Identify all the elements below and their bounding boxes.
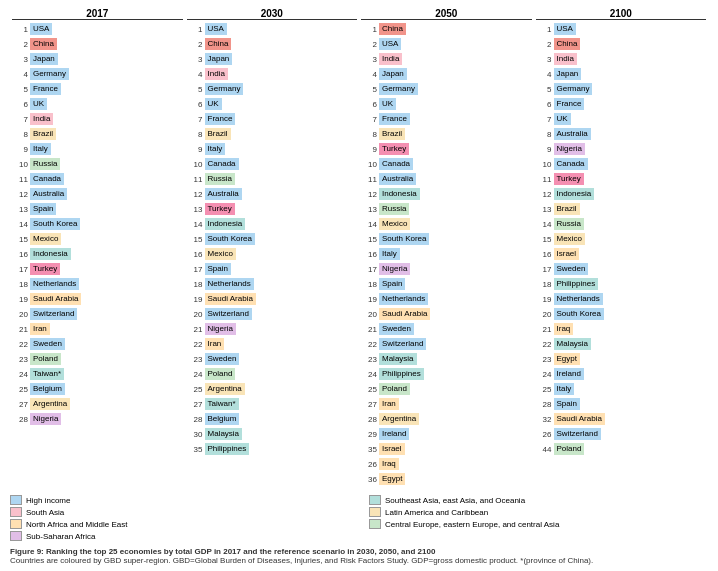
country-label: Japan <box>379 68 407 80</box>
country-label: Belgium <box>30 383 65 395</box>
country-label: Malaysia <box>205 428 243 440</box>
rank-item: 25Belgium <box>12 382 183 396</box>
country-label: Iran <box>205 338 225 350</box>
rank-item: 9Italy <box>12 142 183 156</box>
legend-item: Southeast Asia, east Asia, and Oceania <box>369 495 708 505</box>
country-label: UK <box>379 98 396 110</box>
rank-item: 4India <box>187 67 358 81</box>
legend-color-box <box>10 531 22 541</box>
rank-item: 19Netherlands <box>536 292 707 306</box>
country-label: France <box>554 98 585 110</box>
country-label: France <box>30 83 61 95</box>
rank-item: 20Switzerland <box>187 307 358 321</box>
country-label: Australia <box>379 173 416 185</box>
country-label: Netherlands <box>30 278 79 290</box>
rank-item: 22Sweden <box>12 337 183 351</box>
rank-item: 24Ireland <box>536 367 707 381</box>
rank-item: 11Canada <box>12 172 183 186</box>
country-label: Saudi Arabia <box>554 413 605 425</box>
country-label: South Korea <box>554 308 604 320</box>
country-label: France <box>379 113 410 125</box>
country-label: Canada <box>30 173 64 185</box>
country-label: Japan <box>554 68 582 80</box>
country-label: Turkey <box>30 263 60 275</box>
rank-item: 25Poland <box>361 382 532 396</box>
rank-item: 10Canada <box>187 157 358 171</box>
rank-item: 21Iran <box>12 322 183 336</box>
country-label: Poland <box>554 443 585 455</box>
rank-item: 18Philippines <box>536 277 707 291</box>
rank-item: 13Spain <box>12 202 183 216</box>
country-label: Russia <box>205 173 235 185</box>
rank-item: 2China <box>187 37 358 51</box>
country-label: Italy <box>379 248 400 260</box>
country-label: Germany <box>554 83 593 95</box>
country-label: Indonesia <box>30 248 71 260</box>
rank-item: 9Turkey <box>361 142 532 156</box>
country-label: Sweden <box>205 353 240 365</box>
legend: High incomeSoutheast Asia, east Asia, an… <box>10 495 708 541</box>
country-label: Brazil <box>205 128 231 140</box>
rank-item: 15Mexico <box>12 232 183 246</box>
rank-item: 7UK <box>536 112 707 126</box>
country-label: Egypt <box>379 473 405 485</box>
country-label: USA <box>30 23 52 35</box>
country-label: Sweden <box>554 263 589 275</box>
country-label: Poland <box>30 353 61 365</box>
rank-item: 29Ireland <box>361 427 532 441</box>
rank-item: 14Russia <box>536 217 707 231</box>
rank-item: 23Malaysia <box>361 352 532 366</box>
rank-item: 36Egypt <box>361 472 532 486</box>
year-header-2050: 2050 <box>361 8 532 20</box>
rank-item: 23Sweden <box>187 352 358 366</box>
country-label: Switzerland <box>379 338 426 350</box>
country-label: Indonesia <box>205 218 246 230</box>
country-label: USA <box>379 38 401 50</box>
country-label: Switzerland <box>30 308 77 320</box>
legend-color-box <box>10 507 22 517</box>
country-label: Russia <box>379 203 409 215</box>
legend-item: Sub-Saharan Africa <box>10 531 349 541</box>
col-2017: 2017 1USA2China3Japan4Germany5France6UK7… <box>10 8 185 487</box>
rank-item: 21Iraq <box>536 322 707 336</box>
rank-item: 28Argentina <box>361 412 532 426</box>
country-label: Italy <box>30 143 51 155</box>
country-label: Saudi Arabia <box>205 293 256 305</box>
country-label: Japan <box>205 53 233 65</box>
rank-item: 15Mexico <box>536 232 707 246</box>
rank-item: 2China <box>12 37 183 51</box>
rank-item: 32Saudi Arabia <box>536 412 707 426</box>
country-label: Brazil <box>554 203 580 215</box>
rank-item: 6France <box>536 97 707 111</box>
country-label: Israel <box>379 443 405 455</box>
columns-wrapper: 2017 1USA2China3Japan4Germany5France6UK7… <box>10 8 708 487</box>
country-label: South Korea <box>30 218 80 230</box>
rank-item: 8Brazil <box>361 127 532 141</box>
country-label: Canada <box>205 158 239 170</box>
rank-item: 28Nigeria <box>12 412 183 426</box>
country-label: Philippines <box>205 443 250 455</box>
rank-item: 18Netherlands <box>12 277 183 291</box>
rank-item: 11Russia <box>187 172 358 186</box>
rank-item: 14Indonesia <box>187 217 358 231</box>
country-label: Argentina <box>30 398 70 410</box>
country-label: Netherlands <box>554 293 603 305</box>
year-header-2030: 2030 <box>187 8 358 20</box>
rank-item: 3Japan <box>12 52 183 66</box>
legend-item: South Asia <box>10 507 349 517</box>
rank-item: 20Saudi Arabia <box>361 307 532 321</box>
rank-item: 11Turkey <box>536 172 707 186</box>
country-label: Nigeria <box>554 143 585 155</box>
country-label: Mexico <box>554 233 585 245</box>
country-label: India <box>379 53 402 65</box>
rank-item: 3India <box>361 52 532 66</box>
country-label: Italy <box>554 383 575 395</box>
rank-item: 7France <box>187 112 358 126</box>
country-label: Spain <box>30 203 56 215</box>
rank-item: 12Indonesia <box>361 187 532 201</box>
country-label: Nigeria <box>205 323 236 335</box>
country-label: Egypt <box>554 353 580 365</box>
country-label: China <box>554 38 581 50</box>
country-label: Sweden <box>30 338 65 350</box>
rank-item: 17Turkey <box>12 262 183 276</box>
